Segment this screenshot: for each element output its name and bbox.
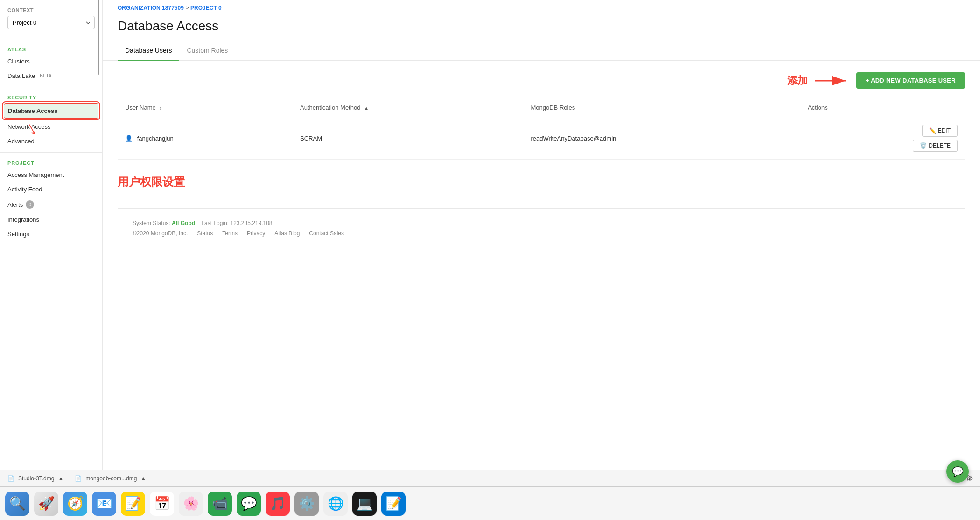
atlas-section-label: ATLAS (0, 43, 102, 54)
dock-icon-music[interactable]: 🎵 (266, 492, 290, 516)
last-login-label: Last Login: (201, 220, 229, 226)
chevron-up-icon-1[interactable]: ▲ (58, 475, 63, 482)
user-icon: 👤 (125, 135, 133, 142)
col-username[interactable]: User Name ↕ (118, 98, 293, 117)
dock-icon-settings[interactable]: ⚙️ (294, 492, 319, 516)
sidebar-item-alerts[interactable]: Alerts 0 (0, 197, 102, 212)
breadcrumb-project[interactable]: PROJECT 0 (190, 5, 222, 11)
system-status-label: System Status: (133, 220, 170, 226)
arrow-icon (815, 74, 853, 88)
users-table-container: User Name ↕ Authentication Method ▲ Mong… (118, 98, 965, 160)
footer-link-privacy[interactable]: Privacy (247, 230, 265, 237)
footer-link-terms[interactable]: Terms (222, 230, 238, 237)
footer-status: System Status: All Good Last Login: 123.… (133, 220, 950, 226)
chat-icon: 💬 (952, 466, 964, 477)
sidebar: CONTEXT Project 0 Project 1 ATLAS Cluste… (0, 0, 103, 470)
tab-custom-roles[interactable]: Custom Roles (179, 41, 235, 61)
project-select[interactable]: Project 0 Project 1 (7, 16, 95, 29)
sidebar-item-network-access[interactable]: Network Access (0, 119, 102, 134)
sidebar-item-clusters[interactable]: Clusters (0, 54, 102, 69)
content-area: 添加 + ADD NEW DATABASE USER (103, 61, 980, 255)
dock-icon-finder[interactable]: 🔍 (5, 492, 29, 516)
main-content: ORGANIZATION 1877509 > PROJECT 0 Databas… (103, 0, 980, 470)
alerts-badge: 0 (26, 200, 34, 209)
integrations-label: Integrations (7, 216, 39, 223)
alerts-label: Alerts (7, 201, 23, 208)
delete-button[interactable]: 🗑️ DELETE (913, 140, 958, 152)
dock-icon-safari[interactable]: 🧭 (63, 492, 87, 516)
activity-feed-label: Activity Feed (7, 186, 42, 193)
data-lake-label: Data Lake (7, 72, 35, 79)
advanced-label: Advanced (7, 138, 35, 145)
footer: System Status: All Good Last Login: 123.… (118, 208, 965, 244)
sidebar-item-database-access[interactable]: Database Access (4, 103, 98, 119)
annotation-quanxian: 用户权限设置 (118, 175, 965, 190)
page-header: Database Access (103, 15, 980, 41)
download-icon-2: 📄 (75, 475, 82, 482)
cell-auth: SCRAM (293, 117, 523, 160)
security-section-label: SECURITY (0, 91, 102, 102)
dock-icon-launchpad[interactable]: 🚀 (34, 492, 58, 516)
context-label: CONTEXT (7, 7, 95, 13)
col-actions: Actions (800, 98, 965, 117)
chevron-up-icon-2[interactable]: ▲ (140, 475, 146, 482)
annotation-tianjia: 添加 (787, 74, 808, 88)
settings-label: Settings (7, 231, 29, 238)
dock-icon-messages[interactable]: 💬 (237, 492, 261, 516)
cell-username: 👤 fangchangjun (118, 117, 293, 160)
cell-actions: ✏️ EDIT 🗑️ DELETE (800, 117, 965, 160)
sidebar-item-access-management[interactable]: Access Management (0, 168, 102, 182)
download-icon-1: 📄 (7, 475, 14, 482)
dock-icon-terminal[interactable]: 💻 (352, 492, 377, 516)
page-title: Database Access (118, 19, 965, 34)
sidebar-item-data-lake[interactable]: Data Lake BETA (0, 69, 102, 83)
dock-icon-notes[interactable]: 📝 (121, 492, 145, 516)
col-auth[interactable]: Authentication Method ▲ (293, 98, 523, 117)
dock-icon-mail[interactable]: 📧 (92, 492, 116, 516)
sidebar-item-activity-feed[interactable]: Activity Feed (0, 182, 102, 197)
footer-link-contact-sales[interactable]: Contact Sales (309, 230, 344, 237)
download-filename-1[interactable]: Studio-3T.dmg (18, 475, 54, 482)
sidebar-divider-1 (0, 39, 102, 39)
edit-button[interactable]: ✏️ EDIT (922, 125, 958, 137)
footer-links: ©2020 MongoDB, Inc. Status Terms Privacy… (133, 230, 950, 237)
username-value: fangchangjun (137, 135, 174, 142)
dock-icon-photos[interactable]: 🌸 (179, 492, 203, 516)
database-access-label: Database Access (8, 107, 57, 114)
download-item-2: 📄 mongodb-com...dmg ▲ (75, 475, 146, 482)
sidebar-divider-2 (0, 87, 102, 87)
dock-icon-chrome[interactable]: 🌐 (323, 492, 348, 516)
delete-icon: 🗑️ (920, 142, 927, 149)
download-filename-2[interactable]: mongodb-com...dmg (85, 475, 137, 482)
chat-widget[interactable]: 💬 (946, 460, 969, 483)
roles-value: readWriteAnyDatabase@admin (531, 135, 616, 142)
users-table: User Name ↕ Authentication Method ▲ Mong… (118, 98, 965, 160)
add-new-database-user-button[interactable]: + ADD NEW DATABASE USER (856, 72, 965, 89)
auth-value: SCRAM (300, 135, 322, 142)
sidebar-item-integrations[interactable]: Integrations (0, 212, 102, 227)
breadcrumb-separator: > (186, 5, 190, 11)
cell-roles: readWriteAnyDatabase@admin (523, 117, 800, 160)
footer-link-atlas-blog[interactable]: Atlas Blog (274, 230, 300, 237)
macos-dock: 🔍 🚀 🧭 📧 📝 📅 🌸 📹 💬 🎵 ⚙️ 🌐 💻 📝 (0, 486, 980, 520)
breadcrumb: ORGANIZATION 1877509 > PROJECT 0 (103, 0, 980, 15)
access-management-label: Access Management (7, 171, 64, 178)
clusters-label: Clusters (7, 58, 30, 65)
footer-link-status[interactable]: Status (197, 230, 213, 237)
last-login-value: 123.235.219.108 (230, 220, 272, 226)
dock-icon-facetime[interactable]: 📹 (208, 492, 232, 516)
sidebar-item-settings[interactable]: Settings (0, 227, 102, 241)
tabs-container: Database Users Custom Roles (103, 41, 980, 61)
copyright: ©2020 MongoDB, Inc. (133, 230, 188, 237)
tab-database-users[interactable]: Database Users (118, 41, 179, 61)
toolbar: 添加 + ADD NEW DATABASE USER (118, 72, 965, 89)
sidebar-item-advanced[interactable]: Advanced (0, 134, 102, 148)
breadcrumb-org[interactable]: ORGANIZATION 1877509 (118, 5, 184, 11)
network-access-label: Network Access (7, 123, 50, 130)
project-section-label: PROJECT (0, 156, 102, 168)
action-buttons: ✏️ EDIT 🗑️ DELETE (808, 125, 958, 152)
dock-icon-calendar[interactable]: 📅 (150, 492, 174, 516)
sidebar-divider-3 (0, 152, 102, 153)
dock-icon-vscode[interactable]: 📝 (381, 492, 406, 516)
col-roles: MongoDB Roles (523, 98, 800, 117)
